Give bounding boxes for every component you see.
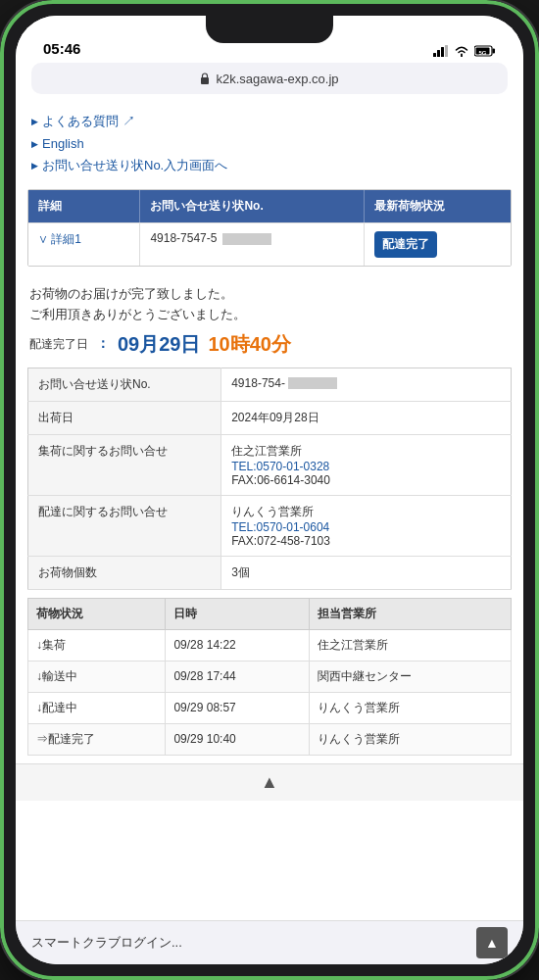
svg-rect-1 <box>437 50 440 57</box>
tracking-header-status: 荷物状況 <box>28 598 166 629</box>
tracking-datetime-3: 09/29 10:40 <box>166 723 310 755</box>
bottom-bar-label: スマートクラブログイン... <box>31 934 182 952</box>
info-row-shipdate: 出荷日 2024年09月28日 <box>28 401 512 434</box>
table-header-col3: 最新荷物状況 <box>365 190 511 222</box>
main-table: 詳細 お問い合せ送り状No. 最新荷物状況 ∨ 詳細1 4918-7547-5 … <box>27 189 512 267</box>
tracking-datetime-0: 09/28 14:22 <box>166 629 310 661</box>
tracking-datetime-1: 09/28 17:44 <box>166 661 310 692</box>
nav-links: よくある質問 ↗ English お問い合せ送り状No.入力画面へ <box>16 102 523 181</box>
info-value-shipdate: 2024年09月28日 <box>221 401 512 434</box>
signal-icon <box>433 45 449 57</box>
info-label-delivery: 配達に関するお問い合せ <box>28 495 221 556</box>
info-row-tracking: お問い合せ送り状No. 4918-754- <box>28 368 512 401</box>
address-bar: k2k.sagawa-exp.co.jp <box>31 63 508 94</box>
tracking-status-1: ↓輸送中 <box>28 661 166 692</box>
tracking-row-2: ↓配達中 09/29 08:57 りんくう営業所 <box>28 692 512 723</box>
scroll-top-button[interactable]: ▲ <box>476 927 508 958</box>
tracking-row-0: ↓集荷 09/28 14:22 住之江営業所 <box>28 629 512 661</box>
tracking-office-1: 関西中継センター <box>309 661 511 692</box>
info-row-count: お荷物個数 3個 <box>28 556 512 589</box>
tracking-row-3: ⇒配達完了 09/29 10:40 りんくう営業所 <box>28 723 512 755</box>
nav-link-faq[interactable]: よくある質問 ↗ <box>31 110 508 133</box>
info-label-count: お荷物個数 <box>28 556 221 589</box>
tracking-header-datetime: 日時 <box>166 598 310 629</box>
tracking-office-2: りんくう営業所 <box>309 692 511 723</box>
delivery-time: 10時40分 <box>209 331 292 358</box>
lock-icon <box>200 73 210 84</box>
info-row-pickup: 集荷に関するお問い合せ 住之江営業所 TEL:0570-01-0328 FAX:… <box>28 434 512 495</box>
svg-rect-0 <box>433 53 436 57</box>
bottom-bar: スマートクラブログイン... ▲ <box>16 920 523 964</box>
info-value-count: 3個 <box>221 556 512 589</box>
tracking-status-3: ⇒配達完了 <box>28 723 166 755</box>
svg-rect-8 <box>201 77 209 84</box>
delivery-msg-line2: ご利用頂きありがとうございました。 <box>29 305 510 325</box>
tracking-table: 荷物状況 日時 担当営業所 ↓集荷 09/28 14:22 住之江営業所 ↓輸送… <box>27 598 512 756</box>
nav-link-faq-label: よくある質問 ↗ <box>42 113 135 130</box>
delivery-datetime-row: 配達完了日 ： 09月29日 10時40分 <box>16 329 523 368</box>
tracking-status-0: ↓集荷 <box>28 629 166 661</box>
delivery-tel-link[interactable]: TEL:0570-01-0604 <box>231 520 329 534</box>
info-label-tracking: お問い合せ送り状No. <box>28 368 221 401</box>
info-label-shipdate: 出荷日 <box>28 401 221 434</box>
nav-link-tracking-input[interactable]: お問い合せ送り状No.入力画面へ <box>31 154 508 177</box>
tracking-no-redacted2 <box>288 377 337 389</box>
table-header: 詳細 お問い合せ送り状No. 最新荷物状況 <box>28 190 511 222</box>
info-value-pickup: 住之江営業所 TEL:0570-01-0328 FAX:06-6614-3040 <box>221 434 512 495</box>
tracking-no-cell: 4918-7547-5 <box>140 223 365 266</box>
tracking-header-row: 荷物状況 日時 担当営業所 <box>28 598 512 629</box>
svg-rect-2 <box>441 47 444 57</box>
tracking-datetime-2: 09/29 08:57 <box>166 692 310 723</box>
svg-text:5G: 5G <box>479 50 487 56</box>
url-text: k2k.sagawa-exp.co.jp <box>216 72 338 86</box>
svg-rect-5 <box>493 49 496 54</box>
status-icons: 5G <box>433 45 496 57</box>
delivery-label: 配達完了日 <box>29 336 88 353</box>
tracking-office-0: 住之江営業所 <box>309 629 511 661</box>
scroll-up-arrow[interactable]: ▲ <box>261 772 278 793</box>
scroll-up-area[interactable]: ▲ <box>16 763 523 801</box>
svg-rect-3 <box>445 45 448 57</box>
nav-link-english-label: English <box>42 136 84 151</box>
status-cell[interactable]: 配達完了 <box>365 223 511 266</box>
tracking-office-3: りんくう営業所 <box>309 723 511 755</box>
expand-label: ∨ 詳細1 <box>38 232 81 246</box>
delivery-complete-button[interactable]: 配達完了 <box>374 231 437 258</box>
content-area[interactable]: よくある質問 ↗ English お問い合せ送り状No.入力画面へ 詳細 お問い… <box>16 102 523 920</box>
status-time: 05:46 <box>43 40 80 57</box>
tracking-header-office: 担当営業所 <box>309 598 511 629</box>
delivery-date: 09月29日 <box>118 331 201 358</box>
tracking-row-1: ↓輸送中 09/28 17:44 関西中継センター <box>28 661 512 692</box>
nav-link-english[interactable]: English <box>31 133 508 154</box>
pickup-tel-link[interactable]: TEL:0570-01-0328 <box>231 460 329 473</box>
table-header-col1: 詳細 <box>28 190 140 222</box>
info-row-delivery: 配達に関するお問い合せ りんくう営業所 TEL:0570-01-0604 FAX… <box>28 495 512 556</box>
tracking-status-2: ↓配達中 <box>28 692 166 723</box>
info-value-tracking: 4918-754- <box>221 368 512 401</box>
tracking-no: 4918-7547-5 <box>150 231 217 245</box>
info-label-pickup: 集荷に関するお問い合せ <box>28 434 221 495</box>
table-data-row: ∨ 詳細1 4918-7547-5 配達完了 <box>28 222 511 266</box>
tracking-no-redacted <box>222 233 271 245</box>
info-table: お問い合せ送り状No. 4918-754- 出荷日 2024年09月28日 集荷… <box>27 368 512 590</box>
nav-link-tracking-input-label: お問い合せ送り状No.入力画面へ <box>42 157 227 174</box>
delivery-colon: ： <box>96 335 110 353</box>
battery-icon: 5G <box>474 45 496 57</box>
wifi-icon <box>454 45 469 57</box>
expand-cell[interactable]: ∨ 詳細1 <box>28 223 140 266</box>
table-header-col2: お問い合せ送り状No. <box>140 190 365 222</box>
delivery-msg-line1: お荷物のお届けが完了致しました。 <box>29 284 510 305</box>
delivery-message: お荷物のお届けが完了致しました。 ご利用頂きありがとうございました。 <box>16 274 523 329</box>
info-value-delivery: りんくう営業所 TEL:0570-01-0604 FAX:072-458-710… <box>221 495 512 556</box>
